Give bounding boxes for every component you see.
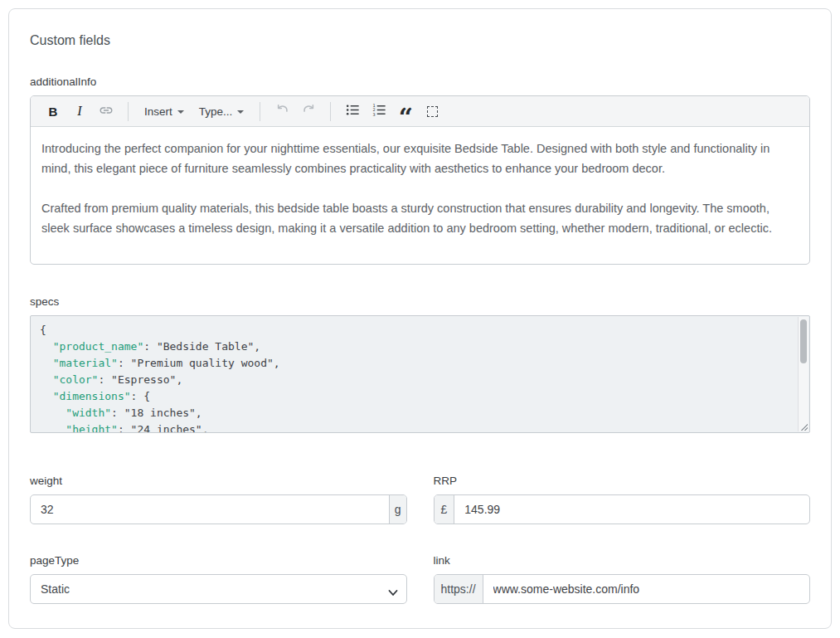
rich-text-paragraph: Introducing the perfect companion for yo…: [41, 139, 799, 178]
weight-label: weight: [30, 475, 407, 487]
page-title: Custom fields: [30, 33, 810, 48]
link-icon: [99, 103, 114, 120]
type-dropdown[interactable]: Type...: [192, 100, 251, 123]
svg-text:3: 3: [372, 112, 375, 117]
rich-text-toolbar: B I Insert Type...: [31, 96, 809, 127]
specs-scrollbar-thumb[interactable]: [800, 319, 807, 363]
ordered-list-icon: 123: [371, 102, 387, 120]
specs-textarea[interactable]: { "product_name": "Bedside Table", "mate…: [30, 315, 810, 433]
link-label: link: [434, 554, 811, 567]
custom-fields-card: Custom fields additionalInfo B I Insert …: [8, 8, 832, 629]
toolbar-separator: [128, 102, 129, 121]
bold-button[interactable]: B: [41, 100, 66, 123]
field-page-type: pageType Static: [30, 554, 407, 604]
code-line: "material": "Premium quality wood",: [40, 355, 789, 372]
rrp-label: RRP: [434, 475, 811, 487]
specs-label: specs: [30, 295, 810, 308]
row-pagetype-link: pageType Static link https://: [30, 554, 810, 604]
code-line: "height": "24 inches",: [40, 421, 789, 433]
field-additional-info: additionalInfo B I Insert Type...: [30, 75, 810, 265]
code-line: "product_name": "Bedside Table",: [40, 338, 789, 355]
link-input[interactable]: [483, 575, 809, 603]
blockquote-button[interactable]: “: [393, 100, 418, 123]
fullscreen-icon: [427, 106, 438, 117]
rrp-input-group: £: [434, 494, 811, 524]
italic-button[interactable]: I: [67, 100, 92, 123]
page-type-select-wrap: Static: [30, 574, 407, 604]
page-type-select[interactable]: Static: [30, 574, 407, 604]
field-rrp: RRP £: [434, 475, 811, 524]
ordered-list-button[interactable]: 123: [367, 100, 391, 123]
weight-unit-addon: g: [389, 495, 406, 524]
unordered-list-icon: [345, 102, 361, 120]
insert-link-button[interactable]: [94, 100, 119, 123]
rich-text-content[interactable]: Introducing the perfect companion for yo…: [31, 127, 809, 250]
code-line: {: [40, 322, 789, 338]
resize-handle-icon[interactable]: [799, 422, 808, 431]
toolbar-separator: [330, 102, 331, 121]
field-specs: specs { "product_name": "Bedside Table",…: [30, 295, 810, 433]
code-line: "width": "18 inches",: [40, 405, 789, 421]
undo-icon: [274, 102, 290, 120]
blockquote-icon: “: [399, 100, 413, 122]
chevron-down-icon: [177, 110, 184, 114]
specs-scrollbar[interactable]: [798, 317, 808, 431]
field-weight: weight g: [30, 475, 407, 524]
currency-addon: £: [435, 495, 455, 524]
rich-text-paragraph: Crafted from premium quality materials, …: [41, 198, 799, 238]
rrp-input[interactable]: [454, 495, 809, 524]
toolbar-separator: [260, 102, 260, 121]
code-line: "dimensions": {: [40, 388, 789, 405]
redo-button[interactable]: [296, 100, 321, 123]
page-type-label: pageType: [30, 554, 407, 567]
unordered-list-button[interactable]: [340, 100, 365, 123]
field-link: link https://: [434, 554, 811, 604]
additional-info-label: additionalInfo: [30, 75, 810, 88]
rich-text-editor: B I Insert Type...: [30, 95, 810, 265]
weight-input[interactable]: [31, 495, 389, 524]
insert-dropdown[interactable]: Insert: [138, 100, 191, 123]
type-dropdown-label: Type...: [199, 105, 233, 118]
insert-dropdown-label: Insert: [144, 105, 172, 118]
weight-input-group: g: [30, 494, 407, 524]
undo-button[interactable]: [269, 100, 294, 123]
protocol-addon: https://: [435, 575, 483, 603]
link-input-group: https://: [434, 574, 811, 604]
fullscreen-button[interactable]: [420, 100, 444, 123]
code-line: "color": "Espresso",: [40, 372, 789, 388]
redo-icon: [301, 102, 317, 120]
row-weight-rrp: weight g RRP £: [30, 475, 810, 524]
specs-code: { "product_name": "Bedside Table", "mate…: [40, 322, 789, 433]
chevron-down-icon: [237, 110, 244, 114]
